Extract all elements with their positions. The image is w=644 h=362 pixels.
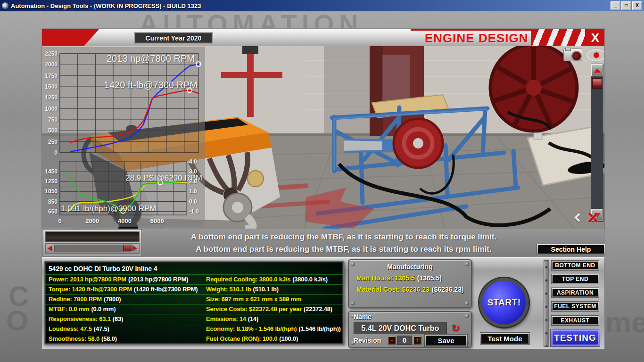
- y-tick-label: 1250: [45, 94, 58, 101]
- screw-icon: [351, 301, 355, 305]
- camera-pan-control: [576, 209, 605, 226]
- close-button[interactable]: X: [632, 1, 642, 10]
- screw-icon: [465, 262, 469, 266]
- stat-fuel-octane: Fuel Octane (RON): 100.0(100.0): [202, 334, 343, 344]
- tab-bottom-end[interactable]: BOTTOM END: [551, 260, 599, 271]
- peak-annotation: 1.091 lb/(hph)@3900 RPM: [61, 204, 156, 213]
- peak-annotation: 2013 hp@7800 RPM: [107, 53, 195, 64]
- eye-pupil: [594, 52, 599, 58]
- power-torque-chart: 02505007501000125015001750200022502013 h…: [43, 49, 204, 157]
- x-tick-label: 4000: [118, 217, 132, 224]
- pan-right-icon[interactable]: [603, 213, 605, 222]
- engine-name-input[interactable]: [354, 322, 447, 334]
- screen: Automation - Design Tools - (WORK IN PRO…: [0, 0, 644, 362]
- y2-tick-label: 4.0: [189, 158, 197, 165]
- revision-plus-button[interactable]: +: [413, 336, 421, 345]
- tab-fuel-system[interactable]: FUEL SYSTEM: [551, 301, 599, 312]
- y-tick-label: 0: [54, 149, 58, 156]
- banner-stripes: [531, 29, 585, 46]
- slider-right-arrow-icon[interactable]: [133, 246, 137, 251]
- tab-aspiration[interactable]: ASPIRATION: [551, 288, 599, 298]
- pan-reset-x-icon[interactable]: [587, 212, 599, 223]
- dyno-slider[interactable]: [45, 243, 140, 254]
- manufacturing-panel: Manufacturing Man Hours: 1365.5(1365.5) …: [348, 259, 472, 308]
- test-mode-button[interactable]: Test Mode: [480, 332, 530, 345]
- revision-minus-button[interactable]: -: [388, 336, 396, 345]
- stat-smoothness: Smoothness: 58.0(58.0): [45, 334, 202, 344]
- bottom-panel: 5429 cc DOHC DI Turbo 20V Inline 4 Power…: [41, 257, 605, 349]
- y-tick-label: 2250: [45, 50, 58, 57]
- stat-torque: Torque: 1420 ft-lb@7300 RPM(1420 ft-lb@7…: [45, 285, 202, 295]
- engine-design-window: Current Year 2020 ENGINE DESIGN X: [41, 28, 605, 349]
- warning-message-torque: A bottom end part is reducing the MTBF, …: [155, 231, 532, 243]
- material-cost: Material Cost: $6236.23($6236.23): [356, 286, 471, 293]
- stat-power: Power: 2013 hp@7800 RPM(2013 hp@7800 RPM…: [45, 275, 202, 285]
- y-tick-label: 1050: [45, 188, 58, 195]
- name-panel: Name ↻ Revision - 0 + Save: [348, 311, 472, 348]
- up-arrow-icon: [594, 68, 601, 73]
- scrollbar-thumb[interactable]: [592, 78, 602, 89]
- tab-exhaust[interactable]: EXHAUST: [551, 315, 599, 326]
- page-title: ENGINE DESIGN: [425, 31, 528, 46]
- y2-tick-label: 0.0: [189, 198, 197, 205]
- y-tick-label: 1250: [45, 178, 58, 185]
- x-tick-label: 2000: [85, 217, 99, 224]
- man-hours: Man Hours: 1365.5(1365.5): [356, 274, 471, 282]
- y-tick-label: 750: [48, 116, 58, 123]
- slider-track[interactable]: [54, 245, 131, 252]
- stat-loudness: Loudness: 47.5(47.5): [45, 324, 202, 334]
- watermark-fragment: me: [605, 305, 644, 339]
- scroll-up-button[interactable]: [591, 64, 603, 76]
- y-tick-label: 500: [48, 127, 58, 134]
- y-tick-label: 850: [48, 198, 58, 205]
- stat-weight: Weight: 510.1 lb(510.1 lb): [202, 285, 343, 295]
- app-icon: [2, 2, 8, 9]
- stat-redline: Redline: 7800 RPM(7800): [45, 295, 202, 304]
- save-button[interactable]: Save: [424, 334, 468, 347]
- engine-stats-panel: 5429 cc DOHC DI Turbo 20V Inline 4 Power…: [44, 261, 344, 345]
- warning-message-rpm: A bottom end part is reducing the MTBF, …: [155, 243, 532, 255]
- y-tick-label: 650: [48, 208, 58, 215]
- tab-top-end[interactable]: TOP END: [551, 274, 599, 284]
- stat-required-cooling: Required Cooling: 3800.0 kJ/s(3800.0 kJ/…: [202, 275, 343, 285]
- section-help-button[interactable]: Section Help: [537, 244, 605, 255]
- y-tick-label: 1500: [45, 83, 58, 90]
- current-year-badge: Current Year 2020: [134, 32, 213, 44]
- banner-close-button[interactable]: X: [585, 29, 605, 46]
- slider-thumb[interactable]: [123, 245, 132, 251]
- visibility-eye-icon[interactable]: [586, 49, 605, 61]
- desktop-background: AUTOMATION C O me Current Year 2020 ENGI…: [0, 11, 644, 362]
- pan-left-icon[interactable]: [574, 213, 583, 222]
- x-tick-label: 6000: [150, 217, 164, 224]
- revision-label: Revision: [354, 337, 381, 344]
- dyno-viewport[interactable]: 02505007501000125015001750200022502013 h…: [41, 46, 605, 229]
- stat-service-costs: Service Costs: $22372.48 per year(22372.…: [202, 304, 343, 314]
- peak-annotation: 1420 ft-lb@7300 RPM: [104, 80, 198, 90]
- series-line: [71, 64, 198, 152]
- manufacturing-title: Manufacturing: [349, 263, 471, 271]
- peak-annotation: 28.9 PSI@6200 RPM: [125, 173, 202, 182]
- tab-testing-active[interactable]: TESTING: [550, 329, 600, 347]
- stat-economy: Economy: 8.18% - 1.546 lb/(hph)(1.546 lb…: [202, 324, 343, 334]
- slider-left-arrow-icon[interactable]: [48, 246, 52, 251]
- minimize-button[interactable]: _: [611, 1, 620, 10]
- stat-responsiveness: Responsiveness: 63.1(63): [45, 314, 202, 324]
- banner: Current Year 2020 ENGINE DESIGN X: [41, 28, 605, 46]
- refresh-name-icon[interactable]: ↻: [450, 322, 462, 334]
- screenshot-camera-icon[interactable]: [563, 49, 582, 61]
- watermark-fragment: O: [6, 304, 28, 337]
- y2-tick-label: 1.0: [189, 188, 197, 195]
- revision-value: 0: [397, 336, 412, 345]
- y-tick-label: 250: [48, 139, 58, 145]
- camera-zoom-scrollbar[interactable]: [591, 64, 603, 222]
- stat-mtbf: MTBF: 0.0 mm(0.0 mm): [45, 304, 202, 314]
- boost-economy-chart: 650850105012501450-1.00.01.02.03.04.0020…: [43, 158, 204, 227]
- start-dyno-button[interactable]: START!: [479, 278, 528, 327]
- y-tick-label: 1000: [45, 106, 58, 112]
- stat-emissions: Emissions: 14(14): [202, 314, 343, 324]
- screw-icon: [465, 301, 469, 305]
- maximize-button[interactable]: □: [621, 1, 631, 10]
- dyno-readout-widget: [43, 229, 142, 256]
- dyno-charts-panel: 02505007501000125015001750200022502013 h…: [42, 47, 205, 227]
- series-line: [71, 90, 198, 143]
